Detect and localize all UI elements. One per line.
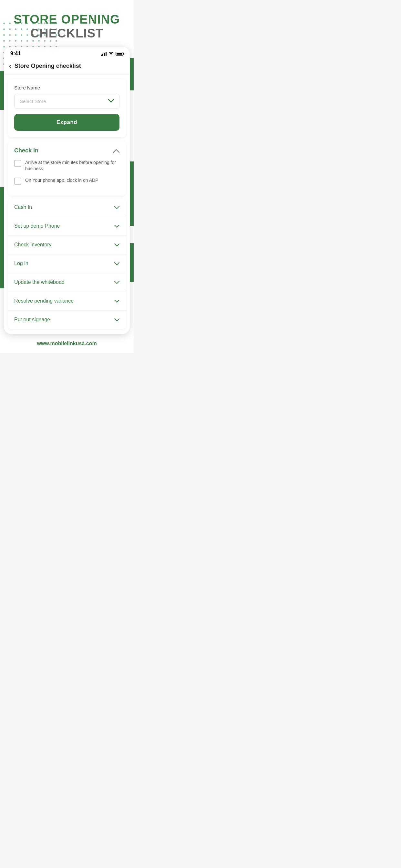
- status-bar: 9:41: [4, 47, 130, 59]
- chevron-down-icon-variance: [114, 298, 120, 305]
- wifi-icon: [109, 51, 114, 56]
- accordion-item-cash-in[interactable]: Cash In: [8, 198, 126, 217]
- page-header: STORE OPENING CHECKLIST: [0, 0, 134, 47]
- checklist-item-1: On Your phone app, clock in on ADP: [14, 177, 120, 185]
- store-name-label: Store Name: [14, 85, 120, 90]
- background-wrapper: STORE OPENING CHECKLIST 9:41: [0, 0, 134, 353]
- chevron-down-icon-signage: [114, 316, 120, 323]
- status-time: 9:41: [10, 51, 21, 57]
- accordion-item-signage[interactable]: Put out signage: [8, 311, 126, 329]
- chevron-down-icon-whiteboard: [114, 279, 120, 286]
- chevron-up-icon[interactable]: [113, 147, 120, 154]
- page-title-line2: CHECKLIST: [6, 27, 127, 40]
- accordion-label-signage: Put out signage: [14, 317, 50, 322]
- select-store-placeholder: Select Store: [20, 98, 46, 104]
- checklist-text-0: Arrive at the store minutes before openi…: [25, 159, 120, 172]
- accordion-item-log-in[interactable]: Log in: [8, 254, 126, 273]
- checkbox-1[interactable]: [14, 178, 21, 185]
- checklist-item-0: Arrive at the store minutes before openi…: [14, 159, 120, 172]
- accordion-item-variance[interactable]: Resolve pending variance: [8, 292, 126, 311]
- chevron-down-icon-log-in: [114, 260, 120, 267]
- website-url: www.mobilelinkusa.com: [37, 341, 96, 346]
- accordion-label-setup-demo: Set up demo Phone: [14, 223, 60, 229]
- store-name-card: Store Name Select Store Expand: [8, 79, 126, 137]
- phone-mockup: 9:41 ‹ Store O: [4, 47, 130, 334]
- checkin-header: Check in: [14, 147, 120, 154]
- signal-icon: [101, 51, 106, 56]
- chevron-down-icon-check-inventory: [114, 242, 120, 248]
- checklist-text-1: On Your phone app, clock in on ADP: [25, 177, 98, 184]
- app-header: ‹ Store Opening checklist: [4, 59, 130, 74]
- app-header-title: Store Opening checklist: [14, 63, 81, 69]
- page-footer: www.mobilelinkusa.com: [0, 334, 134, 353]
- expand-button[interactable]: Expand: [14, 114, 120, 131]
- back-button[interactable]: ‹: [9, 62, 11, 70]
- status-icons: [101, 51, 123, 56]
- page-title-line1: STORE OPENING: [6, 13, 127, 27]
- accordion-label-cash-in: Cash In: [14, 205, 32, 210]
- chevron-down-icon-cash-in: [114, 204, 120, 211]
- chevron-down-icon-setup-demo: [114, 223, 120, 229]
- accordion-label-log-in: Log in: [14, 260, 28, 267]
- accordion-container: Cash In Set up demo Phone Check Inventor…: [8, 198, 126, 329]
- accordion-item-whiteboard[interactable]: Update the whiteboad: [8, 273, 126, 292]
- chevron-down-icon: [108, 98, 114, 104]
- accordion-item-check-inventory[interactable]: Check Inventory: [8, 236, 126, 254]
- checkin-section: Check in Arrive at the store minutes bef…: [8, 141, 126, 196]
- accordion-label-whiteboard: Update the whiteboad: [14, 279, 65, 285]
- accordion-label-check-inventory: Check Inventory: [14, 242, 52, 248]
- checkin-title: Check in: [14, 147, 38, 154]
- battery-icon: [116, 52, 123, 56]
- accordion-item-setup-demo[interactable]: Set up demo Phone: [8, 217, 126, 236]
- select-store-dropdown[interactable]: Select Store: [14, 94, 120, 109]
- accordion-label-variance: Resolve pending variance: [14, 298, 73, 304]
- checkbox-0[interactable]: [14, 160, 21, 167]
